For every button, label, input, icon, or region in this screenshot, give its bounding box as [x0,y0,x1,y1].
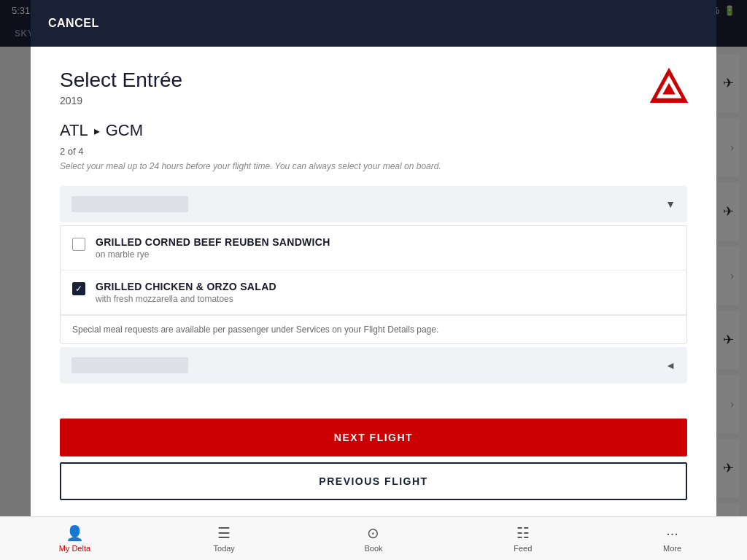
tab-feed[interactable]: ☷ Feed [448,517,597,560]
feed-icon: ☷ [516,524,530,542]
meal-checkbox-1[interactable] [72,238,85,251]
bottom-dropdown-label [71,357,188,373]
route-arrow-icon: ▸ [94,124,100,138]
modal-content: Select Entrée 2019 ATL ▸ GCM 2 of 4 Sele… [31,47,716,407]
cancel-button[interactable]: CANCEL [48,17,99,30]
meal-desc-1: on marble rye [96,249,330,260]
dropdown-down-arrow-icon: ▼ [665,198,676,210]
entree-selection-modal: CANCEL Select Entrée 2019 ATL ▸ GCM 2 of… [31,0,716,540]
tab-my-delta[interactable]: 👤 My Delta [0,517,150,560]
more-icon: ··· [666,525,678,542]
instruction-text: Select your meal up to 24 hours before y… [60,161,687,171]
tab-book-label: Book [364,544,382,553]
bottom-dropdown[interactable]: ◄ [60,347,687,384]
modal-overlay: CANCEL Select Entrée 2019 ATL ▸ GCM 2 of… [0,0,747,560]
meal-checkbox-2[interactable] [72,282,85,295]
route-display: ATL ▸ GCM [60,121,687,140]
tab-today-label: Today [214,544,235,553]
previous-flight-button[interactable]: PREVIOUS FLIGHT [60,462,687,500]
tab-today[interactable]: ☰ Today [150,517,299,560]
meal-info-2: GRILLED CHICKEN & ORZO SALAD with fresh … [96,281,276,304]
meal-option-1[interactable]: GRILLED CORNED BEEF REUBEN SANDWICH on m… [61,226,686,271]
tab-more[interactable]: ··· More [597,517,747,560]
route-to: GCM [106,121,143,140]
meal-name-2: GRILLED CHICKEN & ORZO SALAD [96,281,276,292]
today-icon: ☰ [217,524,231,542]
page-year: 2019 [60,95,687,106]
book-icon: ⊙ [367,524,379,542]
route-from: ATL [60,121,88,140]
modal-header: CANCEL [31,0,716,47]
tab-more-label: More [663,544,681,553]
page-title: Select Entrée [60,69,687,92]
tab-feed-label: Feed [514,544,532,553]
passenger-counter: 2 of 4 [60,146,687,157]
meal-name-1: GRILLED CORNED BEEF REUBEN SANDWICH [96,236,330,248]
next-flight-button[interactable]: NEXT FLIGHT [60,419,687,456]
my-delta-icon: 👤 [66,524,84,542]
dropdown-left-arrow-icon: ◄ [665,359,676,371]
meal-desc-2: with fresh mozzarella and tomatoes [96,294,276,304]
delta-logo [643,61,694,112]
tab-book[interactable]: ⊙ Book [299,517,449,560]
top-dropdown[interactable]: ▼ [60,186,687,222]
tab-my-delta-label: My Delta [59,544,90,553]
meal-options-list: GRILLED CORNED BEEF REUBEN SANDWICH on m… [60,225,687,344]
action-buttons: NEXT FLIGHT PREVIOUS FLIGHT [31,407,716,512]
tab-bar: 👤 My Delta ☰ Today ⊙ Book ☷ Feed ··· Mor… [0,516,747,560]
meal-info-1: GRILLED CORNED BEEF REUBEN SANDWICH on m… [96,236,330,260]
special-meal-note: Special meal requests are available per … [61,315,686,343]
meal-option-2[interactable]: GRILLED CHICKEN & ORZO SALAD with fresh … [61,271,686,315]
dropdown-label-placeholder [71,196,188,212]
